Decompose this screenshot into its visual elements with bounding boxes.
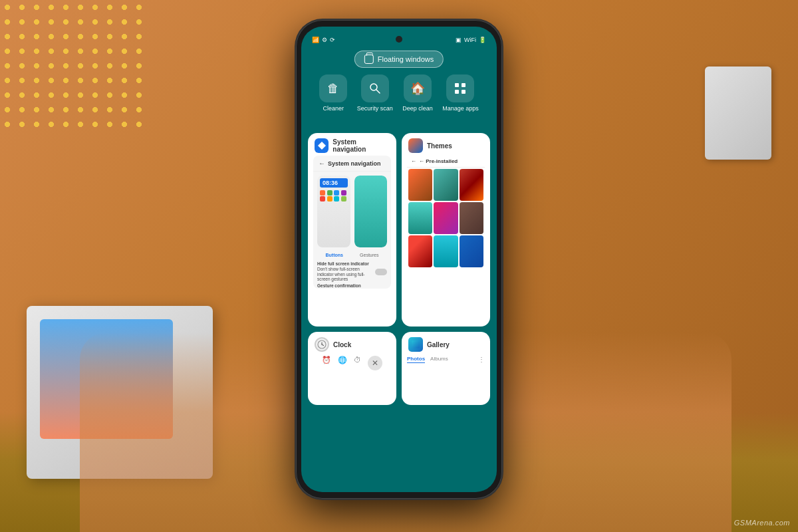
theme-3[interactable] [460, 169, 483, 201]
theme-4[interactable] [408, 202, 432, 234]
toggle-gesture: Gesture confirmationIn some cases (e.g. … [317, 283, 387, 289]
gallery-icon [408, 337, 423, 352]
system-navigation-icon [315, 138, 329, 153]
nav-inner-title: System navigation [328, 160, 381, 167]
toggle-fullscreen-text: Hide full screen indicatorDon't show ful… [317, 261, 373, 282]
theme-7[interactable] [408, 235, 432, 267]
floating-windows-button[interactable]: Floating windows [354, 51, 444, 68]
phone-body: 📶 ⚙ ⟳ ▣ WiFi 🔋 Floating windows 🗑 [296, 20, 502, 499]
clock-title: Clock [333, 341, 351, 348]
cleaner-icon: 🗑 [319, 74, 347, 102]
deep-clean-label: Deep clean [402, 105, 433, 112]
theme-6[interactable] [460, 202, 483, 234]
clock-card[interactable]: Clock ⏰ 🌐 ⏱ ✕ [308, 332, 396, 405]
camera-status-icon: ▣ [456, 37, 462, 43]
toggle-fullscreen-pill[interactable] [375, 269, 387, 275]
mini-icon-5 [320, 196, 325, 201]
clock-icon [315, 337, 329, 352]
battery-icon: 🔋 [479, 37, 486, 43]
mini-icon-4 [341, 190, 346, 196]
clock-header: Clock [308, 332, 396, 354]
theme-9[interactable] [460, 235, 483, 267]
toggle-fullscreen: Hide full screen indicatorDon't show ful… [317, 261, 387, 282]
mini-icon-8 [341, 196, 346, 201]
nav-preview: 08:36 [313, 172, 391, 251]
theme-2[interactable] [434, 169, 458, 201]
gallery-card[interactable]: Gallery Photos Albums ⋮ [402, 332, 490, 405]
clock-world-icon: 🌐 [338, 356, 347, 370]
clock-icons-row: ⏰ 🌐 ⏱ ✕ [322, 356, 382, 370]
nav-clock: 08:36 [320, 178, 348, 188]
themes-icon [408, 138, 423, 153]
svg-rect-2 [455, 83, 459, 87]
cleaner-label: Cleaner [323, 105, 344, 112]
gestures-label: Gestures [360, 253, 378, 257]
buttons-label: Buttons [326, 253, 343, 257]
nav-toggles: Hide full screen indicatorDon't show ful… [313, 259, 391, 289]
app-cards-grid: System navigation ← System navigation 08… [308, 133, 490, 439]
signal-icon: 📶 [312, 37, 319, 43]
mini-icon-1 [320, 190, 325, 196]
wifi-icon: WiFi [464, 37, 476, 43]
security-scan-label: Security scan [357, 105, 393, 112]
mini-icons [320, 190, 348, 201]
themes-preinstalled-label: ← Pre-installed [419, 158, 458, 164]
nav-card-content: ← System navigation 08:36 [313, 156, 391, 289]
sync-icon: ⟳ [330, 37, 335, 43]
nav-gestures-preview [354, 176, 388, 247]
close-button[interactable]: ✕ [368, 356, 382, 370]
gallery-menu-icon[interactable]: ⋮ [478, 356, 485, 363]
svg-rect-5 [462, 90, 466, 94]
camera-notch [396, 36, 402, 43]
manage-apps-action[interactable]: Manage apps [442, 74, 479, 112]
manage-apps-label: Manage apps [442, 105, 479, 112]
system-navigation-card[interactable]: System navigation ← System navigation 08… [308, 133, 396, 327]
svg-rect-9 [412, 340, 420, 348]
system-navigation-title: System navigation [332, 138, 390, 153]
nav-buttons-preview: 08:36 [317, 176, 350, 247]
theme-5[interactable] [434, 202, 458, 234]
themes-card[interactable]: Themes ← ← Pre-installed [402, 133, 490, 327]
svg-rect-4 [455, 90, 459, 94]
themes-back-arrow: ← [411, 158, 416, 164]
background-dots [0, 0, 146, 133]
svg-line-8 [322, 344, 324, 346]
system-navigation-header: System navigation [308, 133, 396, 156]
floating-windows-label: Floating windows [378, 55, 434, 63]
mini-icon-2 [327, 190, 332, 196]
svg-rect-3 [462, 83, 466, 87]
floating-windows-icon [364, 55, 374, 64]
clock-alarm-icon: ⏰ [322, 356, 331, 370]
themes-header: Themes [402, 133, 490, 156]
mini-icon-3 [334, 190, 339, 196]
nav-inner-header: ← System navigation [313, 156, 391, 172]
themes-title: Themes [427, 142, 452, 150]
theme-1[interactable] [408, 169, 432, 201]
deep-clean-icon: 🏠 [404, 74, 432, 102]
gallery-title: Gallery [427, 341, 450, 348]
gallery-tab-albums[interactable]: Albums [430, 356, 448, 363]
phone-screen: 📶 ⚙ ⟳ ▣ WiFi 🔋 Floating windows 🗑 [301, 27, 497, 492]
deep-clean-action[interactable]: 🏠 Deep clean [402, 74, 433, 112]
gallery-tabs: Photos Albums ⋮ [402, 354, 490, 364]
security-scan-icon [361, 74, 389, 102]
status-right-icons: ▣ WiFi 🔋 [456, 37, 486, 43]
cleaner-action[interactable]: 🗑 Cleaner [319, 74, 347, 112]
themes-card-content: ← ← Pre-installed [407, 156, 485, 269]
clock-stopwatch-icon: ⏱ [354, 356, 361, 370]
mini-icon-6 [327, 196, 332, 201]
nav-buttons-display: 08:36 [317, 176, 350, 247]
nav-gestures-display [354, 176, 388, 247]
phone-wrapper: 📶 ⚙ ⟳ ▣ WiFi 🔋 Floating windows 🗑 [296, 20, 502, 499]
gallery-header: Gallery [402, 332, 490, 354]
theme-8[interactable] [434, 235, 458, 267]
nav-mode-labels: Buttons Gestures [313, 251, 391, 259]
notification-icon: ⚙ [322, 37, 327, 43]
toggle-gesture-text: Gesture confirmationIn some cases (e.g. … [317, 283, 373, 289]
gallery-tab-photos[interactable]: Photos [407, 356, 425, 363]
svg-line-1 [376, 90, 380, 93]
quick-actions-row: 🗑 Cleaner Security scan 🏠 Deep clean [301, 74, 497, 112]
security-scan-action[interactable]: Security scan [357, 74, 393, 112]
gsmarena-watermark: GSMArena.com [734, 519, 790, 527]
status-left-icons: 📶 ⚙ ⟳ [312, 37, 335, 43]
